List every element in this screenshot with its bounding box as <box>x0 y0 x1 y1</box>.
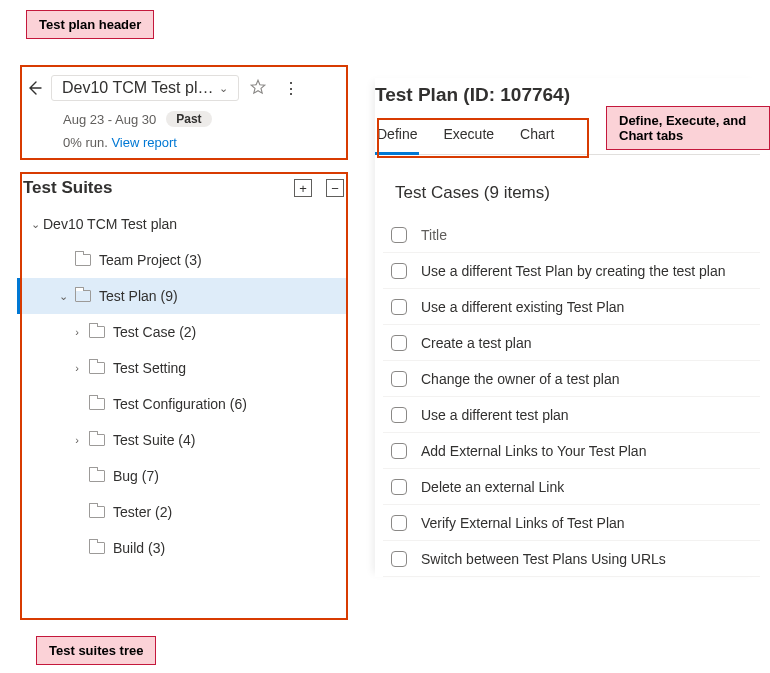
table-row[interactable]: Switch between Test Plans Using URLs <box>383 541 760 577</box>
more-options-icon[interactable]: ⋮ <box>277 79 305 98</box>
table-row[interactable]: Verify External Links of Test Plan <box>383 505 760 541</box>
test-case-title: Switch between Test Plans Using URLs <box>421 551 666 567</box>
date-range: Aug 23 - Aug 30 <box>63 112 156 127</box>
chevron-down-icon: ⌄ <box>219 82 228 95</box>
tree-node[interactable]: ⌄Test Plan (9) <box>17 278 348 314</box>
table-row[interactable]: Use a different test plan <box>383 397 760 433</box>
callout-tabs: Define, Execute, and Chart tabs <box>606 106 770 150</box>
section-title: Test Cases (9 items) <box>395 183 760 203</box>
chevron-right-icon: › <box>69 434 85 446</box>
table-header: Title <box>383 217 760 253</box>
row-checkbox[interactable] <box>391 551 407 567</box>
test-suites-panel: Test Suites + − ⌄ Dev10 TCM Test plan ·T… <box>15 176 350 566</box>
row-checkbox[interactable] <box>391 515 407 531</box>
back-arrow-icon[interactable] <box>23 77 45 99</box>
tree-node[interactable]: ·Build (3) <box>17 530 348 566</box>
tree-label: Test Setting <box>113 360 342 376</box>
row-checkbox[interactable] <box>391 443 407 459</box>
add-suite-icon[interactable]: + <box>294 179 312 197</box>
folder-icon <box>75 290 91 302</box>
tree-label: Dev10 TCM Test plan <box>43 216 342 232</box>
tree-label: Test Plan (9) <box>99 288 342 304</box>
chevron-down-icon: ⌄ <box>27 218 43 231</box>
tree-node[interactable]: ·Team Project (3) <box>17 242 348 278</box>
tree-label: Team Project (3) <box>99 252 342 268</box>
tree-label: Tester (2) <box>113 504 342 520</box>
selection-indicator <box>17 278 20 314</box>
row-checkbox[interactable] <box>391 335 407 351</box>
right-pane: Test Plan (ID: 107764) DefineExecuteChar… <box>375 78 760 577</box>
tree-node[interactable]: ·Bug (7) <box>17 458 348 494</box>
test-case-title: Use a different test plan <box>421 407 569 423</box>
table-row[interactable]: Change the owner of a test plan <box>383 361 760 397</box>
tree-label: Build (3) <box>113 540 342 556</box>
test-suites-title: Test Suites <box>23 178 112 198</box>
tree-node[interactable]: ·Tester (2) <box>17 494 348 530</box>
row-checkbox[interactable] <box>391 299 407 315</box>
table-row[interactable]: Use a different existing Test Plan <box>383 289 760 325</box>
folder-icon <box>89 542 105 554</box>
row-checkbox[interactable] <box>391 479 407 495</box>
tree-label: Test Case (2) <box>113 324 342 340</box>
test-case-title: Change the owner of a test plan <box>421 371 619 387</box>
chevron-right-icon: › <box>69 362 85 374</box>
test-case-title: Use a different Test Plan by creating th… <box>421 263 726 279</box>
tree-node[interactable]: ·Test Configuration (6) <box>17 386 348 422</box>
select-all-checkbox[interactable] <box>391 227 407 243</box>
tree-label: Test Configuration (6) <box>113 396 342 412</box>
folder-icon <box>89 470 105 482</box>
left-pane: Dev10 TCM Test pl… ⌄ ⋮ Aug 23 - Aug 30 P… <box>15 65 350 566</box>
test-cases-table: Title Use a different Test Plan by creat… <box>383 217 760 577</box>
folder-icon <box>89 398 105 410</box>
test-case-title: Use a different existing Test Plan <box>421 299 624 315</box>
suites-tree: ⌄ Dev10 TCM Test plan ·Team Project (3)⌄… <box>17 206 348 566</box>
plan-title-text: Dev10 TCM Test pl… <box>62 79 213 97</box>
table-row[interactable]: Use a different Test Plan by creating th… <box>383 253 760 289</box>
tree-node[interactable]: ›Test Case (2) <box>17 314 348 350</box>
view-report-link[interactable]: View report <box>111 135 177 150</box>
run-percentage: 0% run. <box>63 135 108 150</box>
folder-icon <box>89 434 105 446</box>
test-case-title: Verify External Links of Test Plan <box>421 515 625 531</box>
folder-icon <box>89 326 105 338</box>
table-row[interactable]: Add External Links to Your Test Plan <box>383 433 760 469</box>
tree-label: Test Suite (4) <box>113 432 342 448</box>
folder-icon <box>89 506 105 518</box>
plan-title-dropdown[interactable]: Dev10 TCM Test pl… ⌄ <box>51 75 239 101</box>
tree-label: Bug (7) <box>113 468 342 484</box>
past-badge: Past <box>166 111 211 127</box>
test-plan-header: Dev10 TCM Test pl… ⌄ ⋮ Aug 23 - Aug 30 P… <box>15 65 350 162</box>
tree-node[interactable]: ›Test Setting <box>17 350 348 386</box>
tab-define[interactable]: Define <box>375 120 419 155</box>
callout-header: Test plan header <box>26 10 154 39</box>
tab-chart[interactable]: Chart <box>518 120 556 154</box>
column-title: Title <box>421 227 447 243</box>
tab-execute[interactable]: Execute <box>441 120 496 154</box>
test-case-title: Create a test plan <box>421 335 532 351</box>
folder-icon <box>75 254 91 266</box>
test-case-title: Delete an external Link <box>421 479 564 495</box>
row-checkbox[interactable] <box>391 407 407 423</box>
page-title: Test Plan (ID: 107764) <box>375 84 760 106</box>
folder-icon <box>89 362 105 374</box>
chevron-right-icon: › <box>69 326 85 338</box>
row-checkbox[interactable] <box>391 371 407 387</box>
test-case-title: Add External Links to Your Test Plan <box>421 443 646 459</box>
table-row[interactable]: Create a test plan <box>383 325 760 361</box>
callout-tree: Test suites tree <box>36 636 156 665</box>
collapse-suite-icon[interactable]: − <box>326 179 344 197</box>
chevron-down-icon: ⌄ <box>55 290 71 303</box>
table-row[interactable]: Delete an external Link <box>383 469 760 505</box>
tree-node[interactable]: ›Test Suite (4) <box>17 422 348 458</box>
tree-root[interactable]: ⌄ Dev10 TCM Test plan <box>17 206 348 242</box>
favorite-star-icon[interactable] <box>245 78 271 99</box>
row-checkbox[interactable] <box>391 263 407 279</box>
